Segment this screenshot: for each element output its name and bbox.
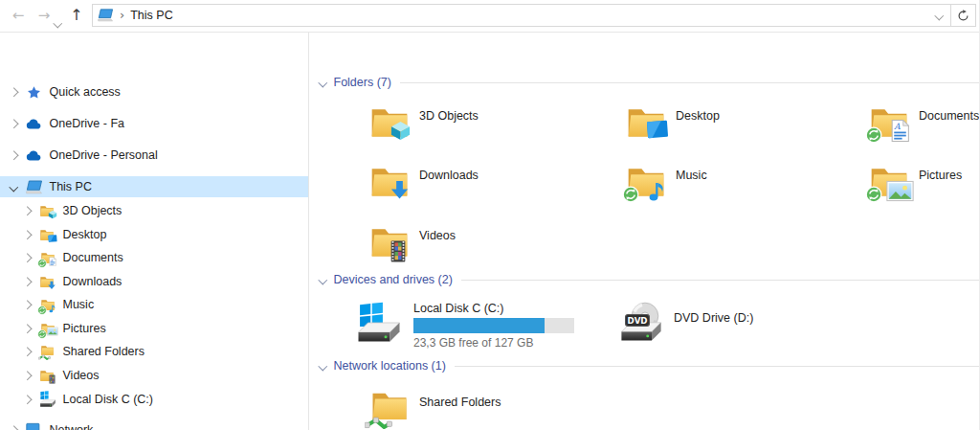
this-pc-icon (26, 178, 44, 196)
pictures-folder-icon (868, 160, 910, 202)
sidebar-item-network[interactable]: Network (0, 419, 308, 430)
breadcrumb-chevron-icon: › (120, 8, 124, 22)
breadcrumb-location[interactable]: This PC (130, 9, 172, 22)
section-divider (400, 82, 979, 83)
expand-chevron-icon[interactable] (23, 300, 32, 308)
sidebar-item-local-disk-c[interactable]: Local Disk C (C:) (0, 389, 308, 410)
3d-objects-folder-icon (368, 101, 411, 143)
onedrive-cloud-icon (26, 115, 44, 133)
sidebar-item-label: Network (50, 423, 94, 430)
expand-chevron-icon[interactable] (23, 395, 32, 403)
expand-chevron-icon[interactable] (23, 277, 32, 285)
expand-chevron-icon[interactable] (10, 119, 18, 127)
up-arrow-icon: ↑ (70, 6, 82, 24)
sidebar-item-downloads[interactable]: Downloads (0, 271, 308, 292)
documents-folder-icon (868, 101, 910, 143)
network-folder-icon (39, 343, 57, 361)
videos-folder-icon (39, 367, 57, 385)
sidebar-item-label: Shared Folders (63, 345, 145, 358)
collapse-chevron-icon[interactable] (319, 78, 327, 86)
section-title: Devices and drives (2) (334, 273, 453, 286)
expand-chevron-icon[interactable] (10, 87, 18, 96)
sidebar-item-music[interactable]: Music (0, 294, 308, 315)
up-button[interactable]: ↑ (64, 3, 89, 28)
tile-label: Downloads (419, 169, 479, 182)
expand-chevron-icon[interactable] (23, 347, 32, 355)
expand-chevron-icon[interactable] (23, 324, 32, 332)
expand-chevron-icon[interactable] (23, 371, 32, 379)
address-dropdown-button[interactable] (927, 5, 950, 26)
3d-objects-folder-icon (39, 202, 57, 220)
sidebar-item-shared-folders[interactable]: Shared Folders (0, 341, 308, 362)
recent-locations-button[interactable] (55, 12, 61, 30)
sidebar-item-pictures[interactable]: Pictures (0, 318, 308, 339)
sidebar-item-this-pc[interactable]: This PC (0, 176, 308, 197)
sidebar-item-desktop[interactable]: Desktop (0, 224, 308, 245)
section-title: Network locations (1) (334, 359, 446, 373)
network-computer-icon (26, 421, 44, 430)
tile-label: Videos (419, 229, 456, 242)
collapse-chevron-icon[interactable] (10, 182, 18, 191)
expand-chevron-icon[interactable] (10, 150, 18, 159)
section-divider (461, 280, 979, 281)
disk-usage-bar (413, 318, 574, 333)
forward-button[interactable]: → (32, 3, 56, 28)
desktop-folder-icon (625, 101, 667, 143)
drive-tile-dvd[interactable]: DVD Drive (D:) (619, 302, 753, 346)
hard-drive-icon (39, 391, 57, 409)
back-arrow-icon: ← (12, 7, 25, 24)
tile-label: 3D Objects (419, 109, 479, 123)
sync-badge-icon (622, 186, 639, 203)
documents-folder-sync-icon (39, 249, 57, 267)
folder-tile-videos[interactable]: Videos (368, 220, 456, 262)
downloads-folder-icon (368, 160, 411, 202)
chevron-down-icon (934, 11, 943, 19)
collapse-chevron-icon[interactable] (319, 361, 327, 370)
this-pc-icon (98, 9, 114, 22)
music-folder-icon (625, 160, 667, 202)
navigation-pane: Quick access OneDrive - Fa OneDrive - Pe… (0, 33, 309, 430)
network-tile-shared-folders[interactable]: Shared Folders (368, 385, 501, 427)
folder-tile-downloads[interactable]: Downloads (368, 160, 479, 202)
sidebar-item-onedrive-personal[interactable]: OneDrive - Personal (0, 145, 308, 166)
sidebar-item-onedrive-fa[interactable]: OneDrive - Fa (0, 113, 308, 134)
downloads-folder-icon (39, 273, 57, 291)
folder-tile-pictures[interactable]: Pictures (868, 160, 962, 202)
tile-label: Documents (919, 109, 979, 123)
folder-tile-desktop[interactable]: Desktop (625, 101, 720, 143)
sidebar-item-videos[interactable]: Videos (0, 365, 308, 386)
address-bar[interactable]: › This PC (92, 4, 976, 27)
drive-label: Local Disk C (C:) (413, 302, 574, 316)
sidebar-item-label: OneDrive - Personal (50, 148, 158, 162)
forward-arrow-icon: → (38, 7, 51, 24)
folder-tile-3d-objects[interactable]: 3D Objects (368, 101, 479, 143)
expand-chevron-icon[interactable] (23, 230, 32, 238)
section-divider (455, 366, 979, 367)
sync-badge-icon (865, 126, 882, 144)
navigation-toolbar: ← → ↑ › This PC (0, 0, 979, 33)
drive-tile-local-disk-c[interactable]: Local Disk C (C:) 23,3 GB free of 127 GB (356, 302, 574, 350)
refresh-button[interactable] (951, 5, 975, 26)
onedrive-cloud-icon (26, 147, 44, 165)
section-header-network-locations: Network locations (1) (320, 358, 979, 373)
expand-chevron-icon[interactable] (23, 253, 32, 261)
folder-tile-documents[interactable]: Documents (868, 101, 979, 143)
expand-chevron-icon[interactable] (10, 425, 18, 430)
sidebar-item-label: Local Disk C (C:) (63, 393, 153, 406)
tile-label: Pictures (919, 169, 962, 182)
section-title: Folders (7) (334, 76, 391, 89)
back-button[interactable]: ← (6, 3, 31, 28)
free-space-text: 23,3 GB free of 127 GB (413, 336, 574, 350)
pictures-folder-sync-icon (39, 320, 57, 338)
sidebar-item-label: Downloads (63, 275, 122, 288)
sidebar-item-documents[interactable]: Documents (0, 247, 308, 268)
collapse-chevron-icon[interactable] (319, 275, 327, 283)
expand-chevron-icon[interactable] (23, 206, 32, 215)
sidebar-item-label: Pictures (63, 322, 106, 335)
folder-tile-music[interactable]: Music (625, 160, 707, 202)
sync-badge-icon (865, 186, 882, 203)
sidebar-item-quick-access[interactable]: Quick access (0, 81, 308, 102)
section-header-devices-and-drives: Devices and drives (2) (320, 272, 979, 287)
quick-access-star-icon (26, 83, 44, 102)
sidebar-item-3d-objects[interactable]: 3D Objects (0, 200, 308, 221)
